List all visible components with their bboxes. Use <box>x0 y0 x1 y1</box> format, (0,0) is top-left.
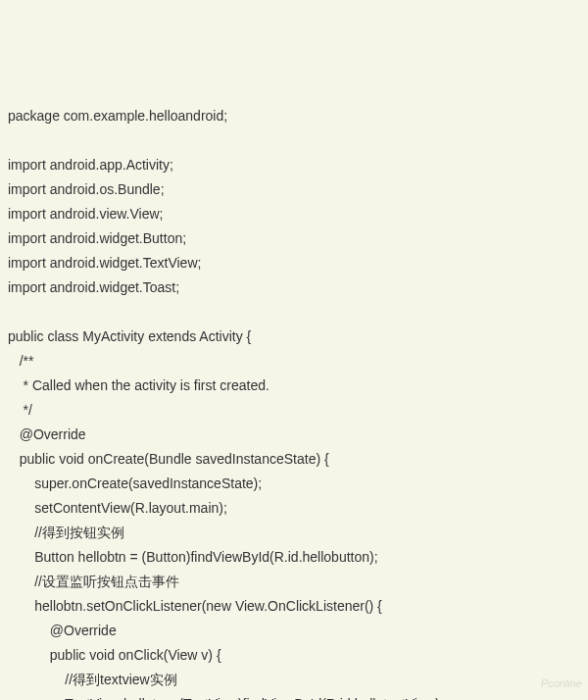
code-line: //得到按钮实例 <box>8 525 124 540</box>
code-line: import android.widget.Button; <box>8 230 186 246</box>
code-line: setContentView(R.layout.main); <box>8 500 227 516</box>
code-line: //设置监听按钮点击事件 <box>8 574 179 589</box>
code-line: */ <box>8 402 32 418</box>
code-line: public void onCreate(Bundle savedInstanc… <box>8 451 329 467</box>
code-line: @Override <box>8 426 86 442</box>
code-line: Button hellobtn = (Button)findViewById(R… <box>8 549 378 565</box>
code-line: public void onClick(View v) { <box>8 647 221 663</box>
code-line: import android.widget.Toast; <box>8 279 179 295</box>
code-line: import android.view.View; <box>8 206 163 222</box>
code-line: import android.os.Bundle; <box>8 181 165 197</box>
code-line: package com.example.helloandroid; <box>8 108 227 124</box>
code-line: //得到textview实例 <box>8 672 177 687</box>
code-line: public class MyActivity extends Activity… <box>8 328 251 344</box>
code-line: import android.app.Activity; <box>8 157 173 173</box>
code-line: hellobtn.setOnClickListener(new View.OnC… <box>8 598 382 614</box>
code-block: package com.example.helloandroid; import… <box>8 104 588 700</box>
code-line: TextView hellotv = (TextView)findViewByI… <box>8 696 443 700</box>
code-line: * Called when the activity is first crea… <box>8 377 270 393</box>
code-line: @Override <box>8 623 117 638</box>
code-line: super.onCreate(savedInstanceState); <box>8 475 262 491</box>
code-line: import android.widget.TextView; <box>8 255 201 271</box>
code-line: /** <box>8 353 33 369</box>
